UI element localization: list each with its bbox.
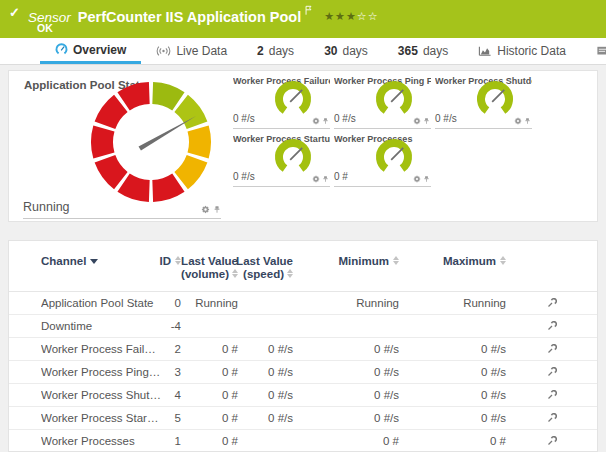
tab-bar: Overview Live Data 2 days 30 days 365 da… — [0, 38, 606, 65]
channel-name: Downtime — [41, 320, 161, 332]
gauge-tile-worker-process-shutdown-failures: Worker Process Shutdown Fa... 0 #/s — [435, 73, 532, 129]
edit-channel-wrench-icon[interactable] — [547, 298, 557, 308]
stars-filled: ★★★ — [324, 10, 357, 22]
channel-name: Worker Processes — [41, 435, 161, 447]
maximum-value: 0 # — [399, 435, 506, 447]
gauge-settings-gear-icon[interactable] — [514, 117, 522, 125]
table-row: Worker Process Shutdo... 4 0 # 0 #/s 0 #… — [9, 384, 597, 407]
gauge-tile-worker-process-failures: Worker Process Failures 0 #/s — [233, 73, 330, 129]
edit-channel-wrench-icon[interactable] — [547, 321, 557, 331]
gauge-settings-gear-icon[interactable] — [201, 205, 210, 214]
tab-live-data[interactable]: Live Data — [141, 38, 242, 64]
last-value-volume: 0 # — [181, 435, 238, 447]
application-pool-state-gauge — [85, 76, 217, 208]
edit-channel-wrench-icon[interactable] — [547, 436, 557, 446]
channel-id: -4 — [161, 320, 181, 332]
minimum-value: 0 # — [293, 435, 399, 447]
tab-overview[interactable]: Overview — [40, 38, 141, 64]
edit-channel-wrench-icon[interactable] — [547, 344, 557, 354]
gauge-value: 0 # — [334, 171, 348, 182]
edit-channel-wrench-icon[interactable] — [547, 413, 557, 423]
table-row: Downtime -4 — [9, 315, 597, 338]
tab-30-days[interactable]: 30 days — [309, 38, 383, 64]
tab-365-days[interactable]: 365 days — [383, 38, 463, 64]
gauge-arc — [271, 79, 315, 119]
channel-name: Worker Process Failures — [41, 343, 161, 355]
channel-id: 1 — [161, 435, 181, 447]
gauge-icon — [55, 43, 68, 56]
minimum-value: 0 #/s — [293, 412, 399, 424]
tab-historic-data[interactable]: Historic Data — [463, 38, 581, 64]
last-value-volume: 0 # — [181, 366, 238, 378]
column-header-last-value-volume[interactable]: Last Value (volume) — [181, 255, 238, 291]
last-value-speed: 0 #/s — [238, 366, 293, 378]
channel-id: 3 — [161, 366, 181, 378]
gauge-arc — [372, 79, 416, 119]
column-header-maximum[interactable]: Maximum — [399, 255, 506, 291]
gauge-arc — [372, 137, 416, 177]
gauge-pin-icon[interactable] — [322, 117, 329, 125]
gauge-value: 0 #/s — [233, 171, 255, 182]
stars-empty: ☆☆ — [357, 10, 379, 22]
edit-channel-wrench-icon[interactable] — [547, 367, 557, 377]
gauge-pin-icon[interactable] — [213, 205, 221, 214]
flag-icon — [305, 4, 312, 19]
gauge-tile-worker-process-ping-failures: Worker Process Ping Failures 0 #/s — [334, 73, 431, 129]
channel-name: Worker Process Shutdo... — [41, 389, 161, 401]
channel-id: 5 — [161, 412, 181, 424]
gauge-value: 0 #/s — [233, 113, 255, 124]
minimum-value: 0 #/s — [293, 389, 399, 401]
sensor-status-badge: OK — [37, 22, 53, 34]
gauge-tile-worker-processes: Worker Processes 0 # — [334, 131, 431, 187]
column-header-channel[interactable]: Channel — [41, 255, 161, 291]
gauge-pin-icon[interactable] — [423, 117, 430, 125]
channel-id: 2 — [161, 343, 181, 355]
column-header-minimum[interactable]: Minimum — [293, 255, 399, 291]
last-value-speed: 0 #/s — [238, 389, 293, 401]
column-header-id[interactable]: ID — [161, 255, 181, 291]
maximum-value: 0 #/s — [399, 366, 506, 378]
gauge-tile-worker-process-startup-failures: Worker Process Startup Failu... 0 #/s — [233, 131, 330, 187]
gauge-value: 0 #/s — [334, 113, 356, 124]
last-value-volume: 0 # — [181, 389, 238, 401]
gauge-settings-gear-icon[interactable] — [413, 175, 421, 183]
live-data-icon — [156, 45, 171, 57]
gauge-pin-icon[interactable] — [524, 117, 531, 125]
edit-channel-wrench-icon[interactable] — [547, 390, 557, 400]
table-row: Worker Processes 1 0 # 0 # 0 # — [9, 430, 597, 452]
gauge-pin-icon[interactable] — [322, 175, 329, 183]
sensor-title: PerfCounter IIS Application Pool — [78, 9, 301, 25]
gauge-settings-gear-icon[interactable] — [312, 117, 320, 125]
table-row: Application Pool State 0 Running Running… — [9, 292, 597, 315]
status-ok-check-icon: ✓ — [9, 5, 20, 20]
channel-name: Application Pool State — [41, 297, 161, 309]
tab-log[interactable]: Log — [581, 38, 606, 64]
chart-icon — [478, 45, 492, 57]
maximum-value: 0 #/s — [399, 412, 506, 424]
tab-2-days[interactable]: 2 days — [242, 38, 309, 64]
table-row: Worker Process Failures 2 0 # 0 #/s 0 #/… — [9, 338, 597, 361]
last-value-volume: Running — [181, 297, 238, 309]
sensor-header: ✓ SensorPerfCounter IIS Application Pool… — [0, 0, 606, 38]
minimum-value: 0 #/s — [293, 343, 399, 355]
channel-id: 4 — [161, 389, 181, 401]
channel-id: 0 — [161, 297, 181, 309]
channel-name: Worker Process Startup... — [41, 412, 161, 424]
gauge-value: 0 #/s — [435, 113, 457, 124]
gauge-pin-icon[interactable] — [423, 175, 430, 183]
gauges-panel: Application Pool State Running Worker Pr… — [8, 70, 598, 222]
column-header-last-value-speed[interactable]: Last Value (speed) — [238, 255, 293, 291]
gauge-settings-gear-icon[interactable] — [413, 117, 421, 125]
main-gauge-value: Running — [23, 200, 70, 214]
sort-desc-icon — [90, 259, 98, 264]
last-value-speed: 0 #/s — [238, 412, 293, 424]
gauge-arc — [271, 137, 315, 177]
last-value-volume: 0 # — [181, 343, 238, 355]
priority-stars[interactable]: ★★★☆☆ — [324, 10, 378, 22]
table-header-row: Channel ID Last Value (volume) Last Valu… — [9, 255, 597, 292]
small-gauges-grid: Worker Process Failures 0 #/s Worker Pro… — [233, 71, 597, 221]
gauge-settings-gear-icon[interactable] — [312, 175, 320, 183]
main-gauge-tile: Application Pool State Running — [9, 71, 233, 221]
maximum-value: 0 #/s — [399, 389, 506, 401]
table-row: Worker Process Startup... 5 0 # 0 #/s 0 … — [9, 407, 597, 430]
